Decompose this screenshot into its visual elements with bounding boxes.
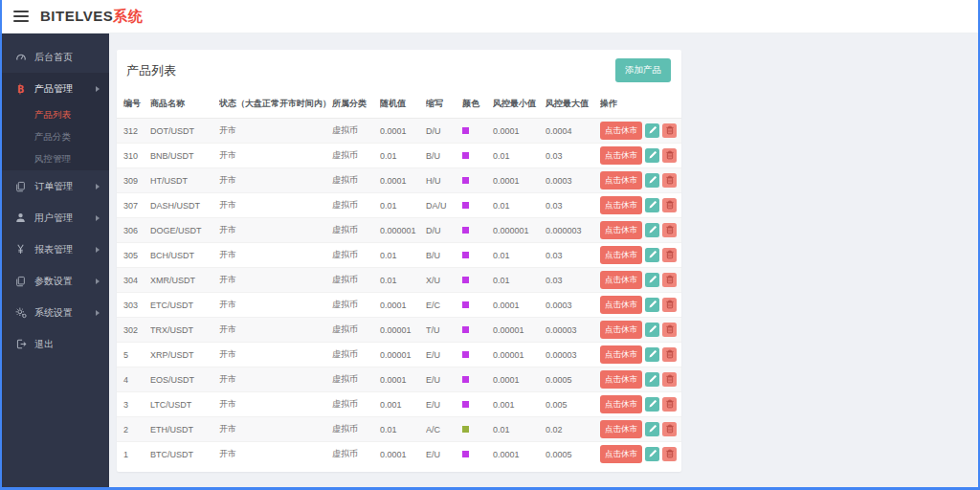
cell-actions: 点击休市 xyxy=(600,218,681,243)
cell-id: 4 xyxy=(117,368,150,392)
sidebar-subitem-risk-management[interactable]: 风控管理 xyxy=(2,148,109,170)
edit-button[interactable] xyxy=(645,223,659,237)
cell-risk-min: 0.01 xyxy=(493,144,546,168)
delete-button[interactable] xyxy=(662,298,677,312)
edit-button[interactable] xyxy=(645,148,659,163)
close-market-button[interactable]: 点击休市 xyxy=(600,395,642,413)
edit-button[interactable] xyxy=(645,173,659,188)
pencil-icon xyxy=(648,298,657,312)
edit-button[interactable] xyxy=(645,273,659,287)
close-market-button[interactable]: 点击休市 xyxy=(600,171,642,189)
close-market-button[interactable]: 点击休市 xyxy=(600,271,642,289)
cell-id: 306 xyxy=(117,218,150,243)
cell-risk-min: 0.00001 xyxy=(493,318,546,343)
brand-text: BITELVES xyxy=(40,8,113,24)
sidebar-item-label: 后台首页 xyxy=(34,51,73,64)
cell-name: DOT/USDT xyxy=(150,119,219,144)
close-market-button[interactable]: 点击休市 xyxy=(600,370,642,389)
sidebar-subitem-product-list[interactable]: 产品列表 xyxy=(2,104,109,126)
delete-button[interactable] xyxy=(662,372,677,387)
delete-button[interactable] xyxy=(662,273,677,287)
cell-actions: 点击休市 xyxy=(600,144,681,168)
delete-button[interactable] xyxy=(662,397,677,412)
close-market-button[interactable]: 点击休市 xyxy=(600,221,642,239)
table-row: 302TRX/USDT开市虚拟币0.00001T/U0.000010.00003… xyxy=(117,318,681,343)
delete-button[interactable] xyxy=(662,173,677,188)
close-market-button[interactable]: 点击休市 xyxy=(600,445,642,463)
trash-icon xyxy=(665,372,675,387)
edit-button[interactable] xyxy=(645,198,659,212)
close-market-button[interactable]: 点击休市 xyxy=(600,196,642,214)
delete-button[interactable] xyxy=(662,248,677,262)
cell-risk-max: 0.0005 xyxy=(546,442,600,467)
close-market-button[interactable]: 点击休市 xyxy=(600,146,642,165)
app-window: BITELVES系统 后台首页B产品管理产品列表产品分类风控管理订单管理用户管理… xyxy=(0,0,980,490)
sidebar-item-parameter-settings[interactable]: 参数设置 xyxy=(2,265,109,297)
edit-button[interactable] xyxy=(645,372,659,387)
sidebar-item-system-settings[interactable]: 系统设置 xyxy=(2,297,109,328)
cell-abbr: E/C xyxy=(426,293,462,318)
sidebar-item-label: 产品管理 xyxy=(34,82,73,96)
sidebar-group-product-management: B产品管理产品列表产品分类风控管理 xyxy=(2,73,109,170)
cell-random: 0.00001 xyxy=(380,318,426,343)
delete-button[interactable] xyxy=(662,123,677,138)
cell-name: EOS/USDT xyxy=(150,368,219,392)
cell-risk-min: 0.0001 xyxy=(493,293,546,318)
cell-id: 303 xyxy=(117,293,150,318)
close-market-button[interactable]: 点击休市 xyxy=(600,246,642,264)
bitcoin-icon: B xyxy=(14,83,27,95)
delete-button[interactable] xyxy=(662,223,677,237)
card-header: 产品列表 添加产品 xyxy=(117,50,681,91)
cell-risk-min: 0.001 xyxy=(493,392,546,417)
close-market-button[interactable]: 点击休市 xyxy=(600,321,642,339)
delete-button[interactable] xyxy=(662,323,677,337)
edit-button[interactable] xyxy=(645,123,659,138)
close-market-button[interactable]: 点击休市 xyxy=(600,345,642,364)
cell-risk-max: 0.0005 xyxy=(546,368,600,392)
sidebar-item-label: 报表管理 xyxy=(34,243,73,256)
edit-button[interactable] xyxy=(645,447,659,461)
delete-button[interactable] xyxy=(662,422,677,436)
delete-button[interactable] xyxy=(662,447,677,461)
close-market-button[interactable]: 点击休市 xyxy=(600,420,642,438)
sidebar-item-product-management[interactable]: B产品管理 xyxy=(2,73,109,104)
cell-status: 开市 xyxy=(219,392,332,417)
cell-actions: 点击休市 xyxy=(600,268,681,293)
delete-button[interactable] xyxy=(662,347,677,362)
sidebar-item-logout[interactable]: 退出 xyxy=(2,328,109,360)
cell-color xyxy=(462,119,493,144)
sidebar-subitem-product-category[interactable]: 产品分类 xyxy=(2,126,109,148)
cell-risk-min: 0.01 xyxy=(493,243,546,268)
cell-risk-max: 0.03 xyxy=(546,243,600,268)
cell-id: 310 xyxy=(117,144,150,168)
cell-random: 0.0001 xyxy=(380,168,426,193)
edit-button[interactable] xyxy=(645,347,659,362)
sidebar-item-user-management[interactable]: 用户管理 xyxy=(2,202,109,234)
edit-button[interactable] xyxy=(645,323,659,337)
pencil-icon xyxy=(648,347,657,362)
sidebar-item-order-management[interactable]: 订单管理 xyxy=(2,170,109,202)
table-header-row: 编号商品名称状态（大盘正常开市时间内）所属分类随机值缩写颜色风控最小值风控最大值… xyxy=(117,91,681,119)
cell-category: 虚拟币 xyxy=(332,392,380,417)
sidebar-item-report-management[interactable]: 报表管理 xyxy=(2,234,109,265)
add-product-button[interactable]: 添加产品 xyxy=(615,58,671,82)
chevron-right-icon xyxy=(96,310,100,316)
hamburger-menu-icon[interactable] xyxy=(13,11,29,22)
column-header: 颜色 xyxy=(462,91,493,119)
close-market-button[interactable]: 点击休市 xyxy=(600,122,642,140)
edit-button[interactable] xyxy=(645,298,659,312)
cell-name: DOGE/USDT xyxy=(150,218,219,243)
cell-category: 虚拟币 xyxy=(332,193,380,218)
cell-color xyxy=(462,318,493,343)
delete-button[interactable] xyxy=(662,148,677,163)
cell-risk-max: 0.005 xyxy=(546,392,600,417)
product-list-card: 产品列表 添加产品 编号商品名称状态（大盘正常开市时间内）所属分类随机值缩写颜色… xyxy=(117,50,681,472)
edit-button[interactable] xyxy=(645,422,659,436)
color-swatch xyxy=(462,227,469,234)
edit-button[interactable] xyxy=(645,397,659,412)
close-market-button[interactable]: 点击休市 xyxy=(600,296,642,314)
sidebar-item-dashboard[interactable]: 后台首页 xyxy=(2,41,109,73)
edit-button[interactable] xyxy=(645,248,659,262)
column-header: 编号 xyxy=(117,91,150,119)
delete-button[interactable] xyxy=(662,198,677,212)
